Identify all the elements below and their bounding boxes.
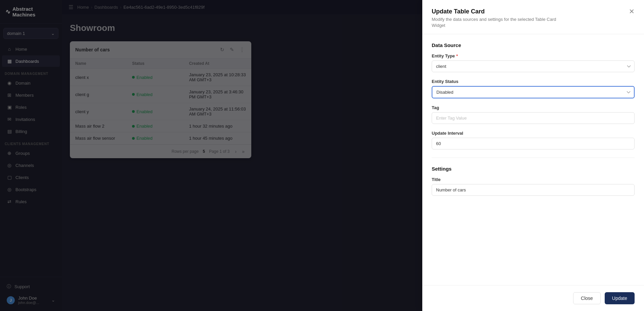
entity-status-group: Entity Status Any Enabled Disabled bbox=[432, 79, 635, 98]
close-button[interactable]: Close bbox=[573, 292, 601, 304]
update-interval-group: Update Interval bbox=[432, 131, 635, 149]
update-table-card-panel: Update Table Card Modify the data source… bbox=[422, 0, 644, 311]
settings-section-title: Settings bbox=[432, 166, 635, 172]
entity-type-group: Entity Type * client device group bbox=[432, 53, 635, 72]
tag-label: Tag bbox=[432, 105, 635, 110]
entity-type-select[interactable]: client device group bbox=[432, 60, 635, 72]
entity-status-select[interactable]: Any Enabled Disabled bbox=[432, 86, 635, 98]
entity-type-label: Entity Type * bbox=[432, 53, 635, 58]
update-interval-input[interactable] bbox=[432, 138, 635, 149]
panel-title: Update Table Card bbox=[432, 8, 559, 15]
panel-header: Update Table Card Modify the data source… bbox=[422, 0, 644, 34]
panel-body: Data Source Entity Type * client device … bbox=[422, 34, 644, 285]
title-input[interactable] bbox=[432, 184, 635, 196]
data-source-section-title: Data Source bbox=[432, 42, 635, 48]
required-indicator: * bbox=[456, 53, 458, 58]
tag-input[interactable] bbox=[432, 112, 635, 124]
panel-close-button[interactable]: ✕ bbox=[629, 8, 635, 15]
title-group: Title bbox=[432, 177, 635, 196]
panel-footer: Close Update bbox=[422, 285, 644, 311]
title-label: Title bbox=[432, 177, 635, 182]
section-divider bbox=[432, 158, 635, 158]
tag-group: Tag bbox=[432, 105, 635, 124]
panel-subtitle: Modify the data sources and settings for… bbox=[432, 16, 559, 29]
entity-status-label: Entity Status bbox=[432, 79, 635, 84]
update-interval-label: Update Interval bbox=[432, 131, 635, 136]
update-button[interactable]: Update bbox=[605, 292, 635, 304]
